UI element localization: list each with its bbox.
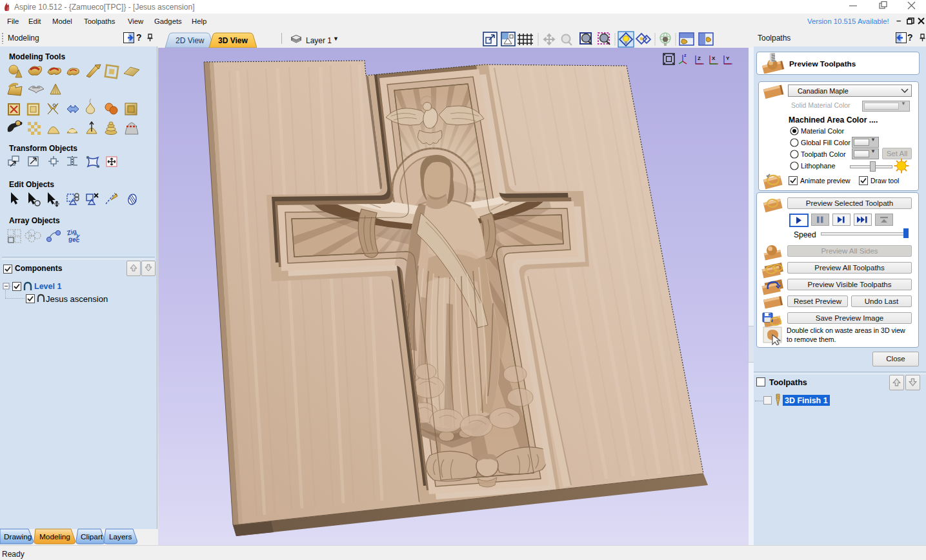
svg-text:Y: Y (726, 55, 730, 61)
svg-text:X: X (712, 55, 716, 61)
svg-text:z: z (684, 53, 687, 57)
svg-text:Z: Z (698, 55, 701, 61)
svg-text:3D View: 3D View (218, 36, 248, 45)
svg-text:Drawing: Drawing (4, 532, 32, 541)
svg-text:Layers: Layers (109, 532, 132, 541)
svg-text:Clipart: Clipart (81, 532, 103, 541)
svg-text:Modeling: Modeling (39, 532, 70, 541)
svg-text:2D View: 2D View (176, 36, 205, 45)
